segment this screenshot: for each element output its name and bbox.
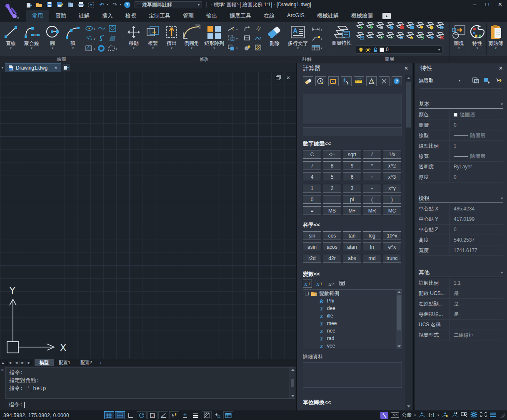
- calc-key-rnd[interactable]: rnd: [363, 254, 381, 262]
- quick-properties-icon[interactable]: [223, 411, 233, 419]
- ribbon-tab-8[interactable]: 輸出: [200, 10, 223, 22]
- doc-close-button[interactable]: ✕: [286, 75, 290, 81]
- command-scrollbar[interactable]: [290, 368, 295, 398]
- calc-key-3[interactable]: 3: [343, 184, 361, 192]
- calc-key-7[interactable]: 7: [303, 161, 321, 170]
- calc-key-x^2[interactable]: x^2: [383, 161, 401, 170]
- close-button[interactable]: ✕: [493, 0, 507, 9]
- calc-key-e^x[interactable]: e^x: [383, 242, 401, 251]
- variable-item[interactable]: xdee: [303, 305, 402, 312]
- ribbon-tab-12[interactable]: 機械註解: [311, 10, 345, 22]
- workspace-select[interactable]: 二維草圖與註解 ▾: [135, 1, 202, 8]
- layout-tab-3[interactable]: 配置2: [75, 359, 97, 366]
- property-value[interactable]: 417.0199: [454, 216, 475, 222]
- calc-key-10^x[interactable]: 10^x: [383, 231, 401, 240]
- fillet-button[interactable]: 倒圓角▾: [181, 23, 202, 55]
- property-value[interactable]: 隨圖層: [454, 153, 485, 160]
- layer-visibility-icon[interactable]: [435, 22, 445, 32]
- copy-button[interactable]: 複製▾: [143, 23, 162, 55]
- calc-key-5[interactable]: 5: [323, 172, 341, 181]
- layer-new-icon[interactable]: [405, 32, 415, 42]
- layer-freeze-icon[interactable]: [385, 22, 395, 32]
- calc-key-ln[interactable]: ln: [363, 242, 381, 251]
- calc-key-acos[interactable]: acos: [323, 242, 341, 251]
- ellipse-icon[interactable]: [85, 25, 93, 33]
- object-snap-icon[interactable]: [147, 411, 157, 419]
- properties-section-header[interactable]: 檢視▾: [419, 194, 503, 203]
- calc-key-sqrt[interactable]: sqrt: [343, 150, 361, 159]
- ribbon-tab-10[interactable]: 在線: [257, 10, 281, 22]
- donut-icon[interactable]: [97, 45, 105, 53]
- calc-key-cos[interactable]: cos: [323, 231, 341, 240]
- hatch-edit-icon[interactable]: [255, 44, 262, 52]
- calc-key-MR[interactable]: MR: [363, 206, 381, 215]
- calc-key-.[interactable]: .: [323, 195, 341, 204]
- property-value[interactable]: 是: [454, 311, 459, 318]
- app-logo-icon[interactable]: M: [0, 0, 23, 22]
- leader-icon[interactable]: [311, 35, 320, 43]
- mtext-button[interactable]: A 多行文字▾: [286, 23, 310, 55]
- command-close-icon[interactable]: ✕: [1, 368, 4, 372]
- calc-key-M+[interactable]: M+: [343, 206, 361, 215]
- next-layout-button[interactable]: ▶: [19, 361, 25, 365]
- layer-off-icon[interactable]: [355, 22, 365, 32]
- polyline-button[interactable]: 聚合線▾: [21, 23, 42, 55]
- hatch-icon[interactable]: [85, 45, 93, 53]
- polar-tracking-icon[interactable]: [137, 411, 147, 419]
- erase-button[interactable]: 刪除: [265, 23, 285, 55]
- open-file-icon[interactable]: [35, 1, 43, 8]
- menu-icon[interactable]: [490, 412, 496, 419]
- angle-snap-icon[interactable]: [158, 411, 168, 419]
- gear-icon[interactable]: [470, 411, 477, 420]
- new-file-icon[interactable]: [25, 1, 32, 8]
- layer-delete-icon[interactable]: [435, 32, 445, 42]
- offset-icon[interactable]: [243, 26, 251, 33]
- properties-titlebar[interactable]: 特性 ✕: [415, 63, 507, 73]
- mirror-icon[interactable]: [255, 26, 262, 33]
- property-value[interactable]: 二維線框: [454, 332, 474, 339]
- undo-caret-icon[interactable]: ▾: [107, 3, 108, 6]
- move-button[interactable]: 移動▾: [124, 23, 143, 55]
- property-value[interactable]: 540.2537: [454, 237, 475, 243]
- calc-key-d2r[interactable]: d2r: [323, 254, 341, 262]
- autoscale-icon[interactable]: [442, 411, 449, 419]
- join-icon[interactable]: [243, 35, 251, 42]
- calc-key-asin[interactable]: asin: [303, 242, 321, 251]
- blend-icon[interactable]: [255, 35, 262, 42]
- measure-distance-icon[interactable]: [354, 76, 364, 86]
- variables-folder-row[interactable]: − 變數範例: [303, 290, 402, 297]
- new-document-button[interactable]: [62, 64, 70, 71]
- scale-chevron-icon[interactable]: ▾: [437, 413, 439, 417]
- publish-icon[interactable]: [67, 1, 74, 8]
- chevron-down-icon[interactable]: ▾: [438, 48, 440, 52]
- ribbon-tab-6[interactable]: 定制工具: [142, 10, 177, 22]
- layer-select[interactable]: 0 ▾: [356, 45, 442, 54]
- property-value[interactable]: 1: [454, 143, 457, 149]
- calc-key--[interactable]: -: [363, 184, 381, 192]
- layer-lock-icon[interactable]: [395, 22, 405, 32]
- quick-select-icon[interactable]: [471, 76, 480, 85]
- property-value[interactable]: 1:1: [454, 280, 461, 286]
- properties-section-header[interactable]: 基本▾: [419, 100, 503, 109]
- layout-tab-1[interactable]: 模型: [35, 359, 54, 366]
- rotate-icon[interactable]: [227, 44, 236, 52]
- calc-key-9[interactable]: 9: [343, 161, 361, 170]
- edit-variable-icon[interactable]: x+: [315, 280, 324, 288]
- doc-minimize-button[interactable]: –: [266, 75, 269, 81]
- collapse-node-icon[interactable]: −: [305, 292, 309, 295]
- calc-key-MS[interactable]: MS: [323, 206, 341, 215]
- layer-isolate-icon[interactable]: [375, 22, 385, 32]
- properties-section-header[interactable]: 其他▾: [419, 268, 503, 277]
- toggle-pickadd-icon[interactable]: [494, 76, 503, 85]
- annotation-visibility-icon[interactable]: [418, 411, 425, 419]
- numpad-section-label[interactable]: 數字鍵盤<<: [303, 140, 402, 148]
- tree-scrollbar[interactable]: [396, 290, 402, 349]
- line-button[interactable]: 直線▾: [1, 23, 21, 55]
- undo-icon[interactable]: ↶: [98, 1, 105, 8]
- calc-key-abs[interactable]: abs: [343, 254, 361, 262]
- ribbon-collapse-button[interactable]: ▲: [382, 13, 391, 19]
- properties-panel-button[interactable]: 特性▾: [468, 23, 487, 55]
- variables-section-label[interactable]: 變數<<: [303, 270, 402, 278]
- first-layout-button[interactable]: ◀: [6, 361, 13, 365]
- scrollbar-thumb[interactable]: [291, 379, 294, 387]
